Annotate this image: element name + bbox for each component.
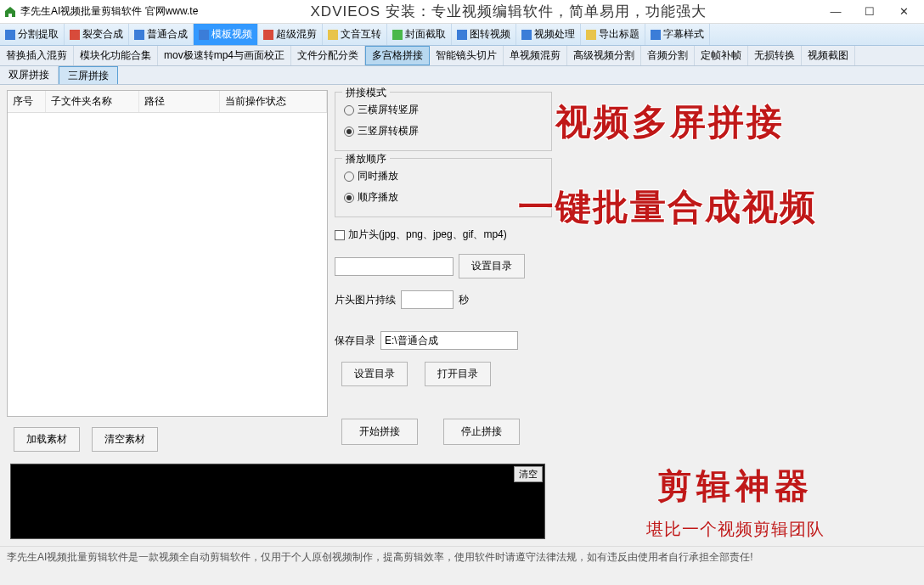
play-opt-same-time[interactable]: 同时播放 [344, 166, 543, 187]
tb2-label: mov极速转mp4与画面校正 [164, 48, 285, 63]
tb-fission-compose[interactable]: 裂变合成 [65, 24, 129, 45]
duration-label: 片头图片持续 [335, 293, 396, 307]
header-dir-row: 设置目录 [335, 254, 552, 278]
tb2-label: 模块化功能合集 [80, 48, 151, 63]
play-opt-sequential[interactable]: 顺序播放 [344, 187, 543, 208]
tb2-label: 视频截图 [808, 48, 848, 63]
minimize-button[interactable]: — [819, 0, 853, 24]
radio-icon [344, 193, 354, 203]
tb-label: 裂变合成 [82, 27, 123, 42]
tb-export-title[interactable]: 导出标题 [581, 24, 645, 45]
stitch-mode-group: 拼接模式 三横屏转竖屏 三竖屏转横屏 [335, 92, 552, 151]
duration-input[interactable] [401, 290, 454, 309]
tb-label: 文音互转 [341, 27, 381, 42]
tb-normal-compose[interactable]: 普通合成 [129, 24, 194, 45]
checkbox-label: 加片头(jpg、png、jpeg、gif、mp4) [348, 228, 507, 242]
window-controls: — ☐ ✕ [819, 0, 921, 24]
start-stitch-button[interactable]: 开始拼接 [341, 419, 418, 445]
tb2-multi-grid[interactable]: 多宫格拼接 [365, 46, 430, 65]
radio-label: 三横屏转竖屏 [358, 103, 419, 117]
tb2-replace-insert[interactable]: 替换插入混剪 [0, 46, 74, 65]
open-save-dir-button[interactable]: 打开目录 [425, 362, 491, 386]
tb-cover-crop[interactable]: 封面截取 [387, 24, 452, 45]
tb2-label: 单视频混剪 [510, 48, 561, 63]
tb2-advanced-split[interactable]: 高级视频分割 [567, 46, 641, 65]
mode-opt-v2h[interactable]: 三竖屏转横屏 [344, 121, 543, 142]
export-icon [586, 30, 596, 40]
tb-super-mix[interactable]: 超级混剪 [258, 24, 323, 45]
action-buttons: 开始拼接 停止拼接 [335, 393, 552, 448]
tb2-label: 音频分割 [647, 48, 688, 63]
tb2-mov-mp4[interactable]: mov极速转mp4与画面校正 [158, 46, 291, 65]
tb2-label: 智能镜头切片 [436, 48, 497, 63]
tb-template-video[interactable]: 模板视频 [194, 24, 258, 45]
fission-icon [70, 30, 80, 40]
material-buttons: 加载素材 清空素材 [7, 417, 328, 457]
tb-label: 封面截取 [405, 27, 446, 42]
image-icon [457, 30, 467, 40]
tb2-module-collection[interactable]: 模块化功能合集 [74, 46, 158, 65]
title-bar: 李先生AI视频批量剪辑软件 官网www.te XDVIEOS 安装：专业视频编辑… [0, 0, 924, 24]
tb2-lossless[interactable]: 无损转换 [748, 46, 802, 65]
clear-log-button[interactable]: 清空 [514, 466, 543, 482]
tb-image-to-video[interactable]: 图转视频 [452, 24, 516, 45]
tb-split-extract[interactable]: 分割提取 [0, 24, 65, 45]
maximize-button[interactable]: ☐ [853, 0, 887, 24]
tb2-label: 替换插入混剪 [6, 48, 67, 63]
clear-material-button[interactable]: 清空素材 [92, 427, 158, 452]
subtitle-icon [651, 30, 661, 40]
header-dir-input[interactable] [335, 257, 454, 276]
app-title: 李先生AI视频批量剪辑软件 官网www.te [20, 4, 198, 19]
tb-label: 分割提取 [18, 27, 59, 42]
tb2-audio-split[interactable]: 音频分割 [641, 46, 695, 65]
overlay-headline: XDVIEOS 安装：专业视频编辑软件，简单易用，功能强大 [198, 2, 819, 21]
tb2-file-sort[interactable]: 文件分配分类 [291, 46, 365, 65]
load-material-button[interactable]: 加载素材 [14, 427, 80, 452]
radio-label: 顺序播放 [358, 190, 398, 205]
promo-line-3: 剪辑神器 [657, 463, 814, 509]
tb-label: 图转视频 [470, 27, 510, 42]
mode-opt-h2v[interactable]: 三横屏转竖屏 [344, 99, 543, 121]
tab-two-screen[interactable]: 双屏拼接 [0, 66, 59, 84]
promo-line-4: 堪比一个视频剪辑团队 [646, 518, 825, 541]
set-save-dir-button[interactable]: 设置目录 [341, 362, 408, 386]
col-path: 路径 [139, 91, 220, 112]
tb-subtitle-style[interactable]: 字幕样式 [645, 24, 710, 45]
tb-label: 模板视频 [211, 27, 252, 42]
tb2-single-mix[interactable]: 单视频混剪 [504, 46, 567, 65]
bottom-area: 清空 剪辑神器 堪比一个视频剪辑团队 [0, 457, 924, 546]
radio-label: 同时播放 [358, 169, 398, 183]
log-console[interactable]: 清空 [10, 464, 545, 539]
mix-icon [263, 30, 273, 40]
group-title: 拼接模式 [342, 86, 390, 100]
main-area: 序号 子文件夹名称 路径 当前操作状态 加载素材 清空素材 拼接模式 三横屏转竖… [0, 85, 924, 457]
col-status: 当前操作状态 [220, 91, 327, 112]
col-folder-name: 子文件夹名称 [46, 91, 139, 112]
template-icon [199, 30, 209, 40]
tb2-frame-fill[interactable]: 定帧补帧 [695, 46, 748, 65]
tb-label: 视频处理 [534, 27, 575, 42]
sub-tab-label: 双屏拼接 [8, 68, 49, 82]
tab-three-screen[interactable]: 三屏拼接 [59, 66, 118, 84]
tb-label: 超级混剪 [276, 27, 317, 42]
tb-text-audio[interactable]: 文音互转 [323, 24, 387, 45]
promo-line-2: 一键批量合成视频 [518, 183, 817, 231]
material-table[interactable]: 序号 子文件夹名称 路径 当前操作状态 [7, 90, 328, 417]
close-button[interactable]: ✕ [887, 0, 921, 24]
tb-video-process[interactable]: 视频处理 [516, 24, 581, 45]
seconds-label: 秒 [459, 293, 469, 307]
sub-tab-label: 三屏拼接 [68, 69, 109, 83]
stop-stitch-button[interactable]: 停止拼接 [443, 419, 520, 445]
text-icon [328, 30, 338, 40]
radio-icon [344, 172, 354, 182]
tb2-screenshot[interactable]: 视频截图 [802, 46, 855, 65]
app-icon [3, 5, 17, 19]
tb2-smart-lens[interactable]: 智能镜头切片 [430, 46, 504, 65]
promo-box: 剪辑神器 堪比一个视频剪辑团队 [557, 464, 914, 539]
tb2-label: 无损转换 [754, 48, 795, 63]
radio-icon [344, 105, 354, 115]
col-index: 序号 [8, 91, 46, 112]
save-dir-input[interactable] [380, 331, 518, 350]
promo-area: 视频多屏拼接 一键批量合成视频 [559, 90, 917, 457]
set-header-dir-button[interactable]: 设置目录 [459, 254, 525, 278]
